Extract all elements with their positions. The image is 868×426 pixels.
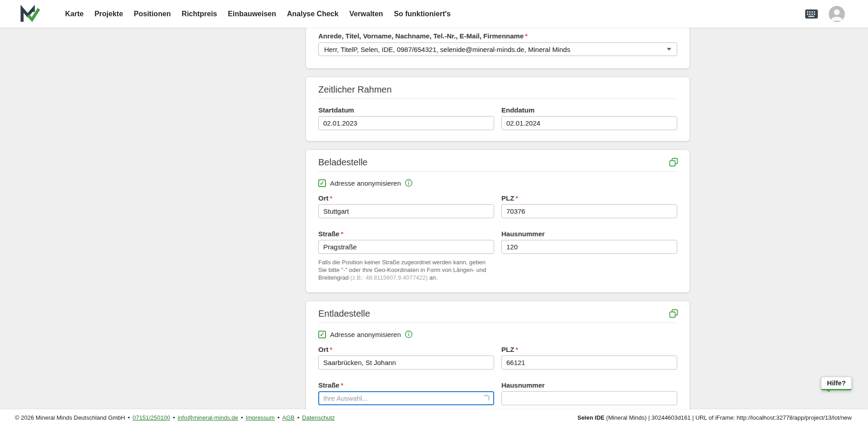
enddatum-label: Enddatum [501,106,677,114]
nav-positionen[interactable]: Positionen [134,10,171,18]
entladestelle-ort-input[interactable] [318,356,494,370]
divider [318,98,677,99]
ort-label: Ort* [318,194,494,202]
nav-projekte[interactable]: Projekte [94,10,123,18]
divider [318,323,677,323]
required-marker: * [515,194,518,202]
footer-left: © 2026 Mineral Minds Deutschland GmbH • … [15,414,335,421]
help-button[interactable]: Hilfe? [821,377,852,390]
timeframe-title: Zeitlicher Rahmen [318,84,677,95]
strasse-label: Straße* [318,381,494,389]
anonymize-checkbox[interactable] [318,179,326,187]
hausnummer-label: Hausnummer [501,381,677,389]
footer-link-datenschutz[interactable]: Datenschutz [302,414,335,421]
copy-icon[interactable] [669,157,679,167]
strasse-label-text: Straße [318,230,340,238]
info-icon[interactable] [405,179,413,187]
copy-icon[interactable] [669,309,679,318]
separator-dot: • [128,414,130,421]
loading-spinner-icon [483,395,490,402]
page-footer: © 2026 Mineral Minds Deutschland GmbH • … [0,409,868,426]
form-column: Anrede, Titel, Vorname, Nachname, Tel.-N… [306,28,689,416]
contact-select-value: Herr, TitelP, Selen, IDE, 0987/654321, s… [324,46,570,53]
separator-dot: • [297,414,300,421]
chevron-down-icon [667,48,671,51]
nav-so-funktionierts[interactable]: So funktioniert's [394,10,451,18]
app-logo[interactable] [20,5,40,23]
required-marker: * [341,230,344,238]
nav-analyse-check[interactable]: Analyse Check [287,10,339,18]
info-icon[interactable] [405,330,413,338]
header-actions [805,6,845,22]
footer-session-info: Selen IDE (Mineral Minds) | 30244603d161… [577,414,852,421]
beladestelle-strasse-input[interactable] [318,240,494,254]
plz-label: PLZ* [501,346,677,353]
plz-label-text: PLZ [501,346,514,353]
main-nav: Karte Projekte Positionen Richtpreis Ein… [65,10,451,18]
nav-verwalten[interactable]: Verwalten [349,10,383,18]
required-marker: * [515,346,518,353]
nav-karte[interactable]: Karte [65,10,84,18]
copyright-text: © 2026 Mineral Minds Deutschland GmbH [15,414,125,421]
user-avatar[interactable] [829,6,845,22]
entladestelle-hausnummer-input[interactable] [501,391,677,405]
required-marker: * [330,346,333,353]
ort-label: Ort* [318,346,494,353]
footer-link-email[interactable]: info@mineral-minds.de [178,414,238,421]
beladestelle-title: Beladestelle [318,157,677,168]
separator-dot: • [278,414,280,421]
footer-link-impressum[interactable]: Impressum [245,414,274,421]
footer-link-agb[interactable]: AGB [282,414,294,421]
beladestelle-plz-input[interactable] [501,204,677,218]
anonymize-label: Adresse anonymisieren [330,331,401,338]
required-marker: * [330,194,333,202]
startdatum-input[interactable] [318,116,494,130]
strasse-hint: Falls die Position keiner Straße zugeord… [318,258,494,281]
hint-example: (z.B.: 48.8115607,9.4077422) [350,274,428,281]
beladestelle-ort-input[interactable] [318,204,494,218]
strasse-label: Straße* [318,230,494,238]
session-details: (Mineral Minds) | 30244603d161 | URL of … [604,414,852,421]
footer-link-phone[interactable]: 07151/250100 [132,414,170,421]
plz-label-text: PLZ [501,194,514,202]
contact-label-text: Anrede, Titel, Vorname, Nachname, Tel.-N… [318,32,524,40]
hausnummer-label: Hausnummer [501,230,677,238]
top-nav-bar: Karte Projekte Positionen Richtpreis Ein… [0,0,868,28]
separator-dot: • [241,414,243,421]
required-marker: * [525,32,528,40]
entladestelle-plz-input[interactable] [501,356,677,370]
nav-einbauweisen[interactable]: Einbauweisen [228,10,276,18]
keyboard-icon[interactable] [805,9,818,19]
help-button-label: Hilfe? [827,379,846,387]
hint-suffix: an. [428,274,438,281]
strasse-label-text: Straße [318,381,340,389]
anonymize-checkbox[interactable] [318,331,326,338]
nav-richtpreis[interactable]: Richtpreis [182,10,217,18]
ort-label-text: Ort [318,346,329,353]
enddatum-input[interactable] [501,116,677,130]
required-marker: * [341,381,344,389]
mineral-minds-logo-icon [20,5,40,23]
entladestelle-card: Entladestelle Adresse anonymisieren [306,301,689,416]
beladestelle-card: Beladestelle Adresse anonymisieren [306,150,689,292]
session-user: Selen IDE [577,414,604,421]
contact-field-label: Anrede, Titel, Vorname, Nachname, Tel.-N… [318,32,677,40]
ort-label-text: Ort [318,194,329,202]
contact-select[interactable]: Herr, TitelP, Selen, IDE, 0987/654321, s… [318,42,677,56]
divider [318,171,677,172]
beladestelle-hausnummer-input[interactable] [501,240,677,254]
plz-label: PLZ* [501,194,677,202]
entladestelle-strasse-input[interactable] [318,391,494,405]
startdatum-label: Startdatum [318,106,494,114]
anonymize-label: Adresse anonymisieren [330,179,401,187]
timeframe-card: Zeitlicher Rahmen Startdatum Enddatum [306,77,689,141]
separator-dot: • [173,414,175,421]
entladestelle-title: Entladestelle [318,309,677,319]
